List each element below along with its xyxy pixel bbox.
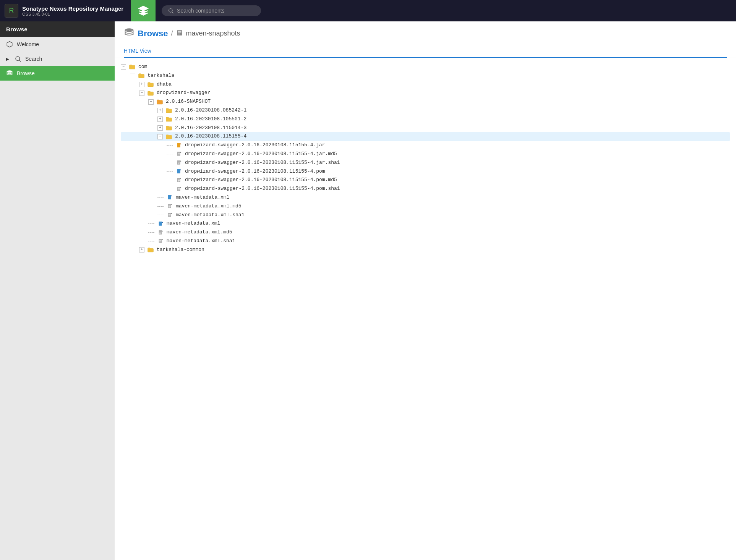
- svg-rect-8: [178, 31, 181, 32]
- search-bar[interactable]: Search components: [162, 5, 261, 16]
- svg-rect-48: [159, 222, 162, 226]
- tree-item-f1[interactable]: dropwizard-swagger-2.0.16-20230108.11515…: [121, 141, 730, 150]
- tree-item-v4[interactable]: − 2.0.16-20230108.115155-4: [121, 132, 730, 141]
- expander[interactable]: −: [130, 73, 135, 78]
- expander[interactable]: +: [157, 117, 163, 122]
- expander[interactable]: −: [148, 99, 154, 105]
- expander[interactable]: −: [121, 64, 126, 70]
- svg-rect-36: [168, 195, 171, 199]
- svg-rect-11: [177, 143, 180, 147]
- folder-icon: [165, 125, 172, 131]
- tree-label: tarkshala: [148, 72, 174, 80]
- sidebar-item-welcome[interactable]: Welcome: [0, 37, 115, 52]
- tree-item-v2[interactable]: + 2.0.16-20230108.105501-2: [121, 115, 730, 124]
- search-icon-sidebar: [15, 55, 21, 62]
- tree-item-mm5[interactable]: maven-metadata.xml.md5: [121, 228, 730, 237]
- tree-label: 2.0.16-20230108.115155-4: [175, 133, 246, 141]
- file-line-connector: [167, 163, 173, 163]
- tree-label: tarkshala-common: [157, 246, 204, 254]
- file-line-connector: [167, 189, 173, 189]
- tree-label: 2.0.16-20230108.105501-2: [175, 115, 246, 123]
- browse-icon: [124, 28, 135, 39]
- sidebar-header: Browse: [0, 21, 115, 37]
- folder-icon: [147, 81, 154, 88]
- tree-label: maven-metadata.xml.md5: [176, 202, 242, 210]
- tree-item-v3[interactable]: + 2.0.16-20230108.115014-3: [121, 124, 730, 133]
- expander[interactable]: +: [157, 108, 163, 113]
- file-line-connector: [148, 241, 154, 241]
- tree-item-snapshot[interactable]: − 2.0.16-SNAPSHOT: [121, 97, 730, 106]
- file-line-connector: [167, 154, 173, 154]
- tree-item-mm4[interactable]: maven-metadata.xml: [121, 219, 730, 228]
- folder-icon: [147, 90, 154, 97]
- file-icon: [176, 186, 182, 192]
- svg-rect-9: [178, 32, 181, 33]
- database-icon: [6, 70, 13, 77]
- tree-item-mm6[interactable]: maven-metadata.xml.sha1: [121, 237, 730, 246]
- tree-label: maven-metadata.xml: [167, 220, 220, 228]
- cube-icon: [138, 5, 149, 16]
- app-subtitle: OSS 3.45.0-01: [22, 12, 123, 16]
- tree-item-f5[interactable]: dropwizard-swagger-2.0.16-20230108.11515…: [121, 176, 730, 185]
- folder-icon: [129, 63, 136, 70]
- tree-label: maven-metadata.xml.md5: [167, 228, 232, 236]
- file-icon: [176, 142, 182, 149]
- sidebar-item-browse[interactable]: Browse: [0, 66, 115, 81]
- file-icon: [167, 212, 173, 218]
- file-line-connector: [148, 223, 154, 224]
- svg-line-1: [172, 12, 173, 13]
- tree-item-v1[interactable]: + 2.0.16-20230108.085242-1: [121, 106, 730, 115]
- breadcrumb-browse-label[interactable]: Browse: [138, 29, 168, 39]
- search-arrow: ▶: [6, 57, 9, 61]
- tree-item-f6[interactable]: dropwizard-swagger-2.0.16-20230108.11515…: [121, 185, 730, 193]
- tree-label: dropwizard-swagger-2.0.16-20230108.11515…: [185, 141, 325, 149]
- search-label: Search: [25, 56, 42, 62]
- sidebar: Browse Welcome ▶ Search B: [0, 21, 115, 560]
- tree-label: maven-metadata.xml: [176, 194, 229, 202]
- file-line-connector: [148, 232, 154, 233]
- content-header: Browse / maven-snapshots HTML View: [115, 21, 736, 58]
- tree-item-com[interactable]: − com: [121, 63, 730, 71]
- expander[interactable]: −: [139, 91, 144, 96]
- file-icon: [158, 221, 164, 227]
- svg-line-4: [19, 60, 21, 62]
- svg-rect-55: [159, 239, 162, 243]
- tree-item-tarkshala-common[interactable]: + tarkshala-common: [121, 246, 730, 254]
- tree-item-mm3[interactable]: maven-metadata.xml.sha1: [121, 211, 730, 220]
- file-line-connector: [157, 206, 164, 207]
- sidebar-item-search[interactable]: ▶ Search: [0, 52, 115, 66]
- file-line-connector: [167, 145, 173, 146]
- expander[interactable]: +: [139, 247, 144, 252]
- tree-item-f3[interactable]: dropwizard-swagger-2.0.16-20230108.11515…: [121, 159, 730, 167]
- welcome-label: Welcome: [17, 41, 39, 47]
- tree-label: dropwizard-swagger-2.0.16-20230108.11515…: [185, 159, 340, 167]
- folder-icon: [138, 72, 145, 79]
- nav-icon-area[interactable]: [131, 0, 156, 21]
- folder-icon: [147, 246, 154, 253]
- tree-item-mm2[interactable]: maven-metadata.xml.md5: [121, 202, 730, 211]
- tree-item-f2[interactable]: dropwizard-swagger-2.0.16-20230108.11515…: [121, 150, 730, 159]
- tree-item-dhaba[interactable]: + dhaba: [121, 80, 730, 89]
- svg-point-3: [16, 57, 20, 61]
- tree-container: − com− tarkshala+ dhaba− dropwizard-swag…: [115, 58, 736, 259]
- svg-rect-38: [168, 204, 171, 208]
- tree-item-tarkshala[interactable]: − tarkshala: [121, 71, 730, 80]
- tree-label: maven-metadata.xml.sha1: [176, 211, 244, 219]
- tree-item-dropwizard-swagger[interactable]: − dropwizard-swagger: [121, 89, 730, 97]
- tree-label: dropwizard-swagger-2.0.16-20230108.11515…: [185, 185, 340, 193]
- file-line-connector: [167, 171, 173, 172]
- expander[interactable]: +: [157, 125, 163, 131]
- tree-label: maven-metadata.xml.sha1: [167, 237, 235, 245]
- file-icon: [176, 168, 182, 175]
- tree-label: dropwizard-swagger-2.0.16-20230108.11515…: [185, 176, 337, 184]
- expander[interactable]: +: [139, 82, 144, 87]
- expander[interactable]: −: [157, 134, 163, 139]
- file-icon: [158, 238, 164, 244]
- svg-point-0: [169, 9, 172, 12]
- tree-item-mm1[interactable]: maven-metadata.xml: [121, 193, 730, 202]
- tree-label: 2.0.16-SNAPSHOT: [166, 98, 211, 106]
- html-view-tab[interactable]: HTML View: [124, 45, 727, 58]
- tree-item-f4[interactable]: dropwizard-swagger-2.0.16-20230108.11515…: [121, 167, 730, 176]
- folder-icon: [165, 116, 172, 123]
- svg-point-6: [125, 28, 133, 31]
